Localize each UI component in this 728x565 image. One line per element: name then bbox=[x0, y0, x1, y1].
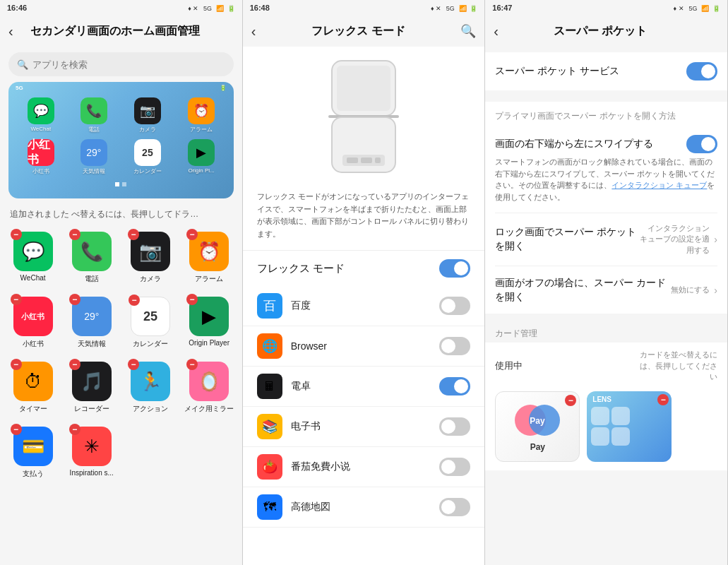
remove-badge-pay[interactable]: − bbox=[565, 395, 576, 406]
search-button-2[interactable]: 🔍 bbox=[460, 23, 476, 39]
usage-note: カードを並べ替えるには、長押ししてください bbox=[633, 350, 717, 382]
flex-mode-illustration bbox=[243, 47, 485, 188]
settings-row-service: スーパー ポケット サービス bbox=[495, 52, 717, 90]
remove-badge[interactable]: − bbox=[11, 359, 22, 370]
toggle-gaode[interactable] bbox=[439, 498, 470, 516]
toggle-tomato[interactable] bbox=[439, 458, 470, 476]
swipe-title: 画面の右下端から左にスワイプする bbox=[495, 137, 679, 151]
app-item-wechat[interactable]: − 💬 WeChat bbox=[4, 226, 61, 290]
app-item-calendar[interactable]: − 25 カレンダー bbox=[121, 291, 179, 355]
back-button-1[interactable]: ‹ bbox=[8, 24, 13, 38]
pay-card-thumb[interactable]: − Pay Pay bbox=[495, 391, 580, 462]
flex-description: フレックス モードがオンになっているアプリのインターフェイスで、スマートフォンを… bbox=[243, 188, 485, 250]
toggle-calculator[interactable] bbox=[439, 377, 470, 396]
app-item-origin-player[interactable]: − ▶ Origin Player bbox=[181, 291, 238, 355]
search-bar-1[interactable]: 🔍 bbox=[8, 52, 234, 76]
remove-badge[interactable]: − bbox=[129, 295, 140, 306]
app-item-camera[interactable]: − 📷 カメラ bbox=[121, 226, 179, 290]
app-name: カレンダー bbox=[133, 339, 168, 349]
app-icon-tomato: 🍅 bbox=[257, 454, 282, 480]
settings-row-off[interactable]: 画面がオフの場合に、スーパー カードを開く 無効にする › bbox=[495, 266, 717, 314]
app-item-pay[interactable]: − 💳 支払う bbox=[4, 421, 61, 484]
remove-badge[interactable]: − bbox=[69, 229, 80, 240]
app-list-item-ebook[interactable]: 📚 电子书 bbox=[243, 407, 485, 447]
interaction-cube-link[interactable]: インタラクション キューブ bbox=[611, 181, 707, 189]
remove-badge[interactable]: − bbox=[69, 294, 80, 305]
preview-icon-weather: 29° 天気情報 bbox=[80, 139, 107, 175]
app-name: 電話 bbox=[85, 274, 99, 284]
page-title-2: フレックス モード bbox=[256, 24, 460, 39]
remove-badge[interactable]: − bbox=[186, 359, 198, 370]
app-list-item-tomato[interactable]: 🍅 番茄免費小说 bbox=[243, 447, 485, 487]
usage-title: 使用中 bbox=[495, 359, 523, 372]
app-icon-baidu: 百 bbox=[257, 293, 282, 319]
app-name: アラーム bbox=[195, 274, 223, 284]
preview-icon-camera: 📷 カメラ bbox=[134, 97, 161, 133]
app-item-recorder[interactable]: − 🎵 レコーダー bbox=[63, 356, 120, 420]
settings-section-service: スーパー ポケット サービス bbox=[485, 52, 727, 90]
back-button-3[interactable]: ‹ bbox=[494, 24, 499, 38]
remove-badge[interactable]: − bbox=[11, 229, 22, 240]
remove-badge[interactable]: − bbox=[11, 294, 22, 305]
app-name: Origin Player bbox=[189, 339, 229, 347]
app-item-phone[interactable]: − 📞 電話 bbox=[63, 226, 120, 290]
app-name-gaode: 高德地図 bbox=[291, 501, 330, 513]
service-title: スーパー ポケット サービス bbox=[495, 64, 686, 78]
preview-icon-alarm: ⏰ アラーム bbox=[188, 97, 215, 133]
app-item-xiaohongshu[interactable]: − 小红书 小红书 bbox=[4, 291, 61, 355]
app-item-action[interactable]: − 🏃 アクション bbox=[121, 356, 179, 420]
app-item-inspiration[interactable]: − ✳ Inspiration s... bbox=[63, 421, 120, 484]
app-name: 支払う bbox=[23, 469, 44, 479]
page-title-1: セカンダリ画面のホーム画面管理 bbox=[13, 24, 217, 39]
preview-row-1: 💬 WeChat 📞 電話 📷 カメラ ⏰ アラーム bbox=[8, 93, 234, 135]
toggle-browser[interactable] bbox=[439, 337, 470, 355]
remove-badge-lens[interactable]: − bbox=[657, 394, 669, 405]
preview-icon-xiaohongshu: 小红书 小红书 bbox=[28, 139, 54, 175]
back-button-2[interactable]: ‹ bbox=[251, 24, 256, 38]
status-bar-2: 16:48 ♦ ✕ 5G 📶 🔋 bbox=[243, 0, 485, 16]
app-name-tomato: 番茄免費小说 bbox=[291, 460, 350, 473]
nav-bar-1: ‹ セカンダリ画面のホーム画面管理 bbox=[0, 16, 242, 47]
phone-folded-svg bbox=[321, 57, 406, 177]
app-list-item-gaode[interactable]: 🗺 高德地図 bbox=[243, 487, 485, 528]
app-item-timer[interactable]: − ⏱ タイマー bbox=[4, 356, 61, 420]
card-mgmt-label: カード管理 bbox=[485, 319, 727, 343]
settings-section-method: プライマリ画面でスーパー ポケットを開く方法 画面の右下端から左にスワイプする … bbox=[485, 102, 727, 314]
app-icon-browser: 🌐 bbox=[257, 333, 282, 359]
app-item-alarm[interactable]: − ⏰ アラーム bbox=[181, 226, 238, 290]
page-title-3: スーパー ポケット bbox=[499, 24, 702, 39]
remove-badge[interactable]: − bbox=[128, 359, 139, 370]
remove-badge[interactable]: − bbox=[128, 229, 139, 240]
toggle-baidu[interactable] bbox=[439, 297, 470, 315]
search-input-1[interactable] bbox=[32, 59, 225, 70]
off-action: 無効にする bbox=[671, 285, 710, 295]
preview-row-2: 小红书 小红书 29° 天気情報 25 カレンダー ▶ Origin Pl... bbox=[8, 135, 234, 177]
preview-icon-phone: 📞 電話 bbox=[80, 97, 107, 133]
status-time-3: 16:47 bbox=[492, 4, 512, 12]
remove-badge[interactable]: − bbox=[186, 294, 198, 305]
lens-card-thumb[interactable]: − LENS bbox=[587, 391, 672, 462]
remove-badge[interactable]: − bbox=[69, 359, 80, 370]
toggle-ebook[interactable] bbox=[439, 417, 470, 436]
app-list-item-baidu[interactable]: 百 百度 bbox=[243, 286, 485, 326]
swipe-desc: スマートフォンの画面がロック解除されている場合に、画面の右下端から左にスワイプし… bbox=[495, 156, 717, 203]
status-bar-3: 16:47 ♦ ✕ 5G 📶 🔋 bbox=[485, 0, 727, 16]
lock-action: インタラクション キューブの設定を適用する bbox=[639, 223, 710, 256]
status-bar-1: 16:46 ♦ ✕ 5G 📶 🔋 bbox=[0, 0, 242, 16]
app-item-weather[interactable]: − 29° 天気情報 bbox=[63, 291, 120, 355]
app-list-item-calculator[interactable]: 🖩 電卓 bbox=[243, 367, 485, 407]
settings-row-lock[interactable]: ロック画面でスーパー ポケットを開く インタラクション キューブの設定を適用する… bbox=[495, 213, 717, 266]
apps-grid-1: − 💬 WeChat − 📞 電話 − 📷 カメラ − ⏰ アラーム bbox=[0, 223, 242, 487]
service-toggle[interactable] bbox=[686, 62, 717, 81]
app-item-mirror[interactable]: − 🪞 メイク用ミラー bbox=[181, 356, 238, 420]
swipe-toggle[interactable] bbox=[686, 135, 717, 153]
nav-bar-3: ‹ スーパー ポケット bbox=[485, 16, 727, 47]
remove-badge[interactable]: − bbox=[69, 424, 80, 435]
svg-rect-5 bbox=[347, 157, 358, 163]
remove-badge[interactable]: − bbox=[11, 424, 22, 435]
remove-badge[interactable]: − bbox=[186, 229, 198, 240]
status-icons-3: ♦ ✕ 5G 📶 🔋 bbox=[674, 4, 720, 12]
app-list-item-browser[interactable]: 🌐 Browser bbox=[243, 326, 485, 367]
flex-mode-toggle[interactable] bbox=[439, 259, 470, 278]
app-name: Inspiration s... bbox=[70, 469, 114, 477]
